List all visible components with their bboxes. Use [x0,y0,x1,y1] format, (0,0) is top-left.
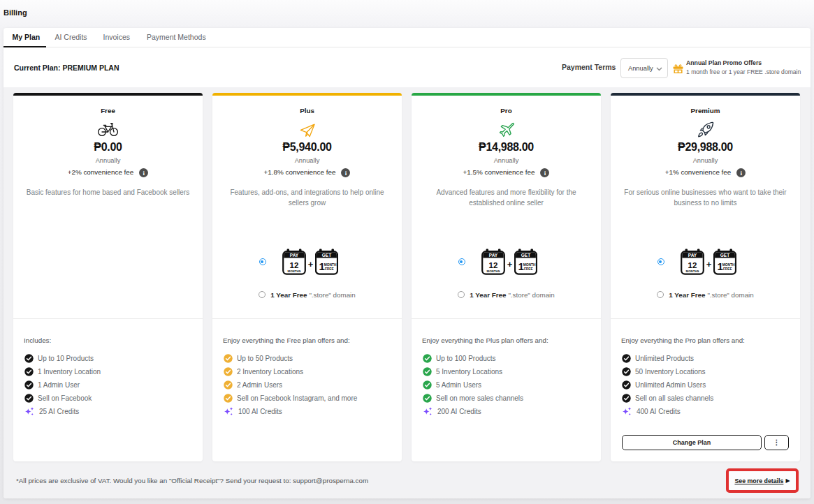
svg-text:12: 12 [289,261,298,269]
svg-text:MONTH: MONTH [722,263,735,267]
svg-text:GET: GET [720,253,729,258]
svg-text:MONTH: MONTH [324,263,337,267]
svg-text:FREE: FREE [723,267,733,271]
svg-text:MONTHS: MONTHS [486,269,500,273]
svg-text:PAY: PAY [489,253,498,258]
svg-text:PAY: PAY [688,253,697,258]
svg-text:MONTHS: MONTHS [287,269,300,273]
svg-text:FREE: FREE [524,267,534,271]
svg-text:GET: GET [322,253,331,258]
svg-text:PAY: PAY [290,253,299,258]
svg-text:MONTH: MONTH [523,263,536,267]
svg-text:12: 12 [688,261,697,269]
svg-text:12: 12 [488,261,497,269]
svg-text:MONTHS: MONTHS [685,269,699,273]
svg-text:FREE: FREE [325,267,335,271]
svg-text:GET: GET [521,253,530,258]
